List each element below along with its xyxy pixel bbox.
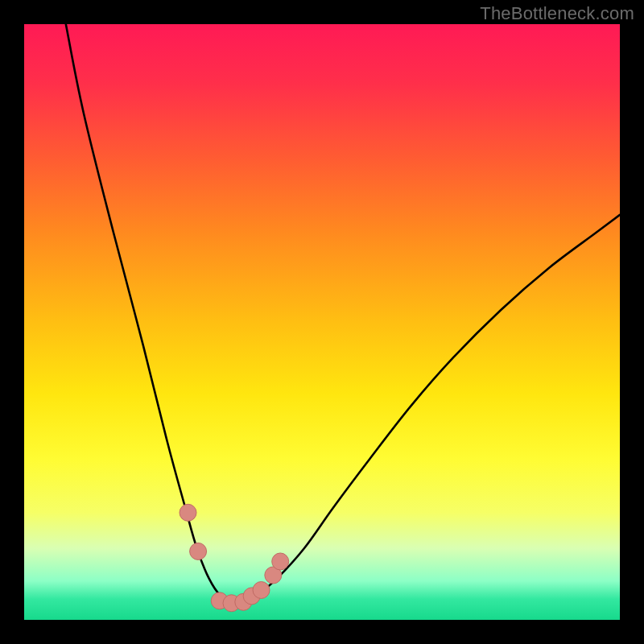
highlight-marker [180, 504, 196, 521]
chart-plot-area [24, 24, 620, 620]
chart-svg [24, 24, 620, 620]
chart-background [24, 24, 620, 620]
highlight-marker [190, 543, 207, 559]
watermark-label: TheBottleneck.com [480, 3, 634, 24]
highlight-marker [272, 553, 289, 570]
highlight-marker [253, 582, 270, 599]
chart-frame: TheBottleneck.com [0, 0, 644, 644]
